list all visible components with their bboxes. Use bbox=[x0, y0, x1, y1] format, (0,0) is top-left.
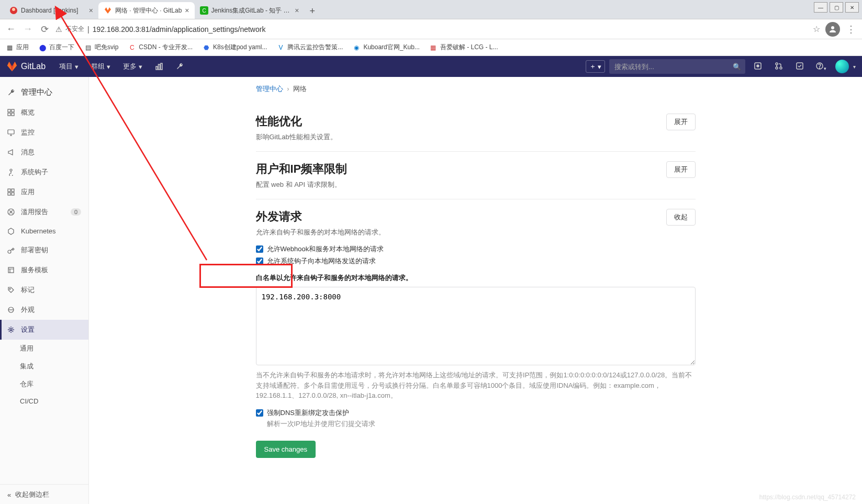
forward-button[interactable]: → bbox=[22, 24, 33, 35]
help-icon[interactable]: ▾ bbox=[812, 62, 829, 72]
kebab-menu-icon[interactable]: ⋮ bbox=[845, 24, 857, 35]
breadcrumb-root[interactable]: 管理中心 bbox=[256, 85, 283, 93]
wrench-icon bbox=[7, 88, 16, 97]
tab-close-icon[interactable]: × bbox=[185, 6, 189, 15]
chevron-down-icon: ▾ bbox=[598, 63, 601, 71]
sidebar-item-templates[interactable]: 服务模板 bbox=[0, 260, 88, 280]
template-icon bbox=[7, 266, 16, 274]
bookmark-kuboard[interactable]: ◉Kuboard官网_Kub... bbox=[352, 43, 419, 52]
section-title: 外发请求 bbox=[256, 209, 385, 225]
sidebar-item-deploy-keys[interactable]: 部署密钥 bbox=[0, 240, 88, 260]
svg-point-4 bbox=[831, 26, 834, 29]
csdn-icon: C bbox=[128, 43, 136, 52]
collapse-button[interactable]: 收起 bbox=[666, 209, 696, 226]
sidebar-item-abuse[interactable]: 滥用报告0 bbox=[0, 202, 88, 222]
allow-syshook-checkbox[interactable] bbox=[256, 257, 263, 265]
megaphone-icon bbox=[7, 149, 16, 156]
bookmark-tencent[interactable]: V腾讯云监控告警策... bbox=[276, 43, 343, 52]
dns-rebind-checkbox-row[interactable]: 强制DNS重新绑定攻击保护 解析一次IP地址并使用它们提交请求 bbox=[256, 408, 696, 429]
back-button[interactable]: ← bbox=[5, 24, 17, 35]
chevron-down-icon: ▾ bbox=[139, 63, 142, 71]
bookmark-csdn[interactable]: CCSDN - 专业开发... bbox=[128, 43, 193, 52]
sidebar-item-labels[interactable]: 标记 bbox=[0, 280, 88, 300]
gitlab-topbar: GitLab 项目▾ 群组▾ 更多▾ ＋▾ 🔍 ▾ ▾ bbox=[0, 56, 862, 77]
merge-requests-icon[interactable] bbox=[770, 62, 787, 72]
key-icon bbox=[7, 247, 16, 254]
svg-rect-6 bbox=[159, 64, 160, 70]
new-tab-button[interactable]: + bbox=[305, 4, 321, 19]
hook-icon bbox=[7, 169, 16, 176]
admin-sidebar: 管理中心 概览 监控 消息 系统钩子 应用 滥用报告0 Kubernetes 部… bbox=[0, 77, 89, 504]
breadcrumb-separator-icon: › bbox=[287, 85, 289, 93]
dns-rebind-checkbox[interactable] bbox=[256, 409, 263, 417]
collapse-sidebar-button[interactable]: « 收起侧边栏 bbox=[0, 484, 88, 504]
svg-marker-27 bbox=[8, 228, 14, 234]
sidebar-item-kubernetes[interactable]: Kubernetes bbox=[0, 222, 88, 240]
sidebar-item-apps[interactable]: 应用 bbox=[0, 182, 88, 202]
svg-rect-17 bbox=[12, 109, 14, 112]
nav-wrench-icon[interactable] bbox=[171, 59, 189, 74]
allow-syshook-checkbox-row[interactable]: 允许系统钩子向本地网络发送的请求 bbox=[256, 256, 696, 266]
sidebar-item-appearance[interactable]: 外观 bbox=[0, 300, 88, 320]
svg-point-30 bbox=[9, 288, 10, 289]
url-box[interactable]: ⚠ 不安全 | 192.168.200.3:81/admin/applicati… bbox=[55, 25, 808, 33]
settings-sub-general[interactable]: 通用 bbox=[0, 340, 88, 357]
global-search-input[interactable] bbox=[609, 59, 745, 74]
collapse-icon: « bbox=[7, 491, 11, 499]
tab-close-icon[interactable]: × bbox=[89, 6, 93, 15]
issues-icon[interactable] bbox=[749, 62, 766, 72]
expand-button[interactable]: 展开 bbox=[666, 114, 696, 130]
sidebar-item-hooks[interactable]: 系统钩子 bbox=[0, 162, 88, 182]
svg-point-10 bbox=[776, 63, 778, 65]
bookmark-svip[interactable]: ▤吧免svip bbox=[84, 43, 118, 52]
svg-rect-5 bbox=[156, 66, 158, 70]
sidebar-item-overview[interactable]: 概览 bbox=[0, 103, 88, 122]
maximize-icon[interactable]: ▢ bbox=[830, 2, 843, 13]
chevron-down-icon[interactable]: ▾ bbox=[853, 64, 856, 70]
jenkins-favicon-icon bbox=[9, 6, 18, 15]
nav-projects[interactable]: 项目▾ bbox=[54, 59, 84, 74]
bookmark-baidu[interactable]: ⬤百度一下 bbox=[38, 43, 74, 52]
svg-rect-16 bbox=[8, 109, 10, 112]
tab-close-icon[interactable]: × bbox=[295, 6, 299, 15]
sidebar-item-settings[interactable]: 设置 bbox=[0, 320, 88, 340]
settings-sub-repository[interactable]: 仓库 bbox=[0, 375, 88, 393]
tab-title: 网络 · 管理中心 · GitLab bbox=[115, 6, 182, 15]
todos-icon[interactable] bbox=[791, 62, 808, 72]
bookmark-star-icon[interactable]: ☆ bbox=[813, 24, 820, 34]
user-avatar[interactable] bbox=[835, 60, 849, 73]
zhihu-favicon-icon: C bbox=[200, 6, 208, 15]
browser-tab-gitlab[interactable]: 网络 · 管理中心 · GitLab × bbox=[98, 2, 195, 19]
bookmark-52pojie[interactable]: ▦吾爱破解 - LCG - L... bbox=[429, 43, 498, 52]
allow-webhook-checkbox-row[interactable]: 允许Webhook和服务对本地网络的请求 bbox=[256, 244, 696, 254]
svg-point-9 bbox=[757, 65, 759, 67]
whitelist-help: 当不允许来自钩子和服务的本地请求时，将允许对本地网络上这些域/地址的请求。可支持… bbox=[256, 370, 696, 401]
gitlab-logo[interactable]: GitLab bbox=[6, 61, 46, 72]
nav-activity-icon[interactable] bbox=[150, 59, 169, 74]
browser-tab-zhihu[interactable]: C Jenkins集成GitLab - 知乎 - osc × bbox=[195, 2, 305, 19]
minimize-icon[interactable]: — bbox=[814, 2, 827, 13]
sidebar-item-messages[interactable]: 消息 bbox=[0, 142, 88, 162]
svg-point-11 bbox=[776, 67, 778, 69]
svg-rect-22 bbox=[8, 189, 10, 192]
whitelist-textarea[interactable] bbox=[256, 287, 696, 365]
settings-sub-cicd[interactable]: CI/CD bbox=[0, 393, 88, 409]
allow-webhook-checkbox[interactable] bbox=[256, 245, 263, 253]
sidebar-title: 管理中心 bbox=[0, 82, 88, 103]
bookmark-k8s[interactable]: ⬣K8s创建pod yaml... bbox=[202, 43, 267, 52]
tab-title: Dashboard [Jenkins] bbox=[21, 7, 86, 14]
new-dropdown-button[interactable]: ＋▾ bbox=[586, 60, 605, 73]
apps-shortcut[interactable]: ▦应用 bbox=[5, 43, 29, 52]
section-desc: 允许来自钩子和服务的对本地网络的请求。 bbox=[256, 228, 385, 237]
save-changes-button[interactable]: Save changes bbox=[256, 441, 316, 458]
reload-button[interactable]: ⟳ bbox=[39, 24, 50, 35]
browser-tab-jenkins[interactable]: Dashboard [Jenkins] × bbox=[4, 2, 98, 19]
expand-button[interactable]: 展开 bbox=[666, 161, 696, 178]
sidebar-item-monitoring[interactable]: 监控 bbox=[0, 122, 88, 142]
close-icon[interactable]: ✕ bbox=[845, 2, 859, 13]
page-icon: ▤ bbox=[84, 43, 92, 52]
settings-sub-integrations[interactable]: 集成 bbox=[0, 357, 88, 375]
nav-more[interactable]: 更多▾ bbox=[118, 59, 148, 74]
profile-avatar-icon[interactable] bbox=[825, 22, 840, 37]
nav-groups[interactable]: 群组▾ bbox=[86, 59, 116, 74]
